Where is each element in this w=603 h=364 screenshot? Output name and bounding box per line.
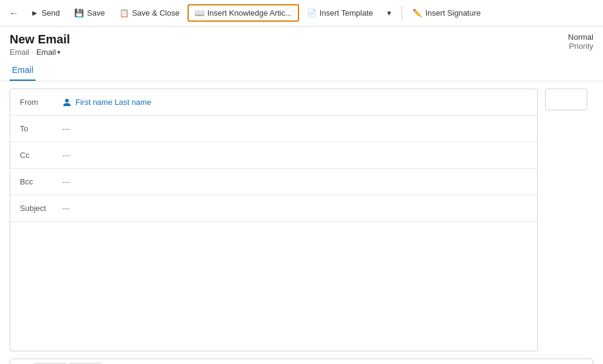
cc-field[interactable]: Cc --- [10, 142, 537, 169]
subtitle-right: Email [36, 48, 56, 57]
signature-icon: ✏️ [412, 8, 422, 17]
back-button[interactable]: ← [5, 4, 23, 22]
email-form: From First name Last name To --- Cc --- … [10, 89, 538, 351]
subtitle-dot: · [32, 48, 34, 57]
insert-signature-button[interactable]: ✏️ Insert Signature [406, 5, 487, 21]
save-close-icon: 📋 [119, 8, 129, 17]
chevron-down-icon: ▾ [387, 8, 391, 17]
from-label: From [20, 98, 62, 107]
bcc-label: Bcc [20, 177, 62, 186]
insert-article-icon: 📖 [195, 8, 204, 17]
right-panel-box [545, 89, 587, 110]
page-title-section: New Email Email · Email ▾ [10, 33, 70, 57]
dropdown-chevron-button[interactable]: ▾ [380, 5, 398, 21]
cc-value: --- [62, 151, 70, 160]
priority-label: Normal [568, 33, 593, 42]
subject-value: --- [62, 204, 70, 213]
subtitle-left: Email [10, 48, 30, 57]
tab-email[interactable]: Email [10, 60, 36, 81]
page-title: New Email [10, 33, 70, 46]
page-subtitle: Email · Email ▾ [10, 48, 70, 57]
priority-section: Normal Priority [568, 33, 593, 51]
main-toolbar: ← ► Send 💾 Save 📋 Save & Close 📖 Insert … [0, 0, 603, 27]
editor-toolbar: 🖊 Font Size B I U A ▾ [10, 359, 593, 364]
from-value[interactable]: First name Last name [62, 98, 151, 107]
insert-template-button[interactable]: 📄 Insert Template [300, 5, 380, 21]
priority-sub: Priority [568, 42, 593, 51]
from-field: From First name Last name [10, 89, 537, 116]
empty-field-row [10, 222, 537, 243]
bcc-value: --- [62, 177, 70, 186]
cc-label: Cc [20, 151, 62, 160]
to-value: --- [62, 124, 70, 133]
bcc-field[interactable]: Bcc --- [10, 169, 537, 195]
insert-article-button[interactable]: 📖 Insert Knowledge Artic... [188, 4, 299, 22]
tabs-bar: Email [0, 60, 603, 81]
to-field[interactable]: To --- [10, 116, 537, 142]
subject-label: Subject [20, 204, 62, 213]
to-label: To [20, 124, 62, 133]
person-icon [62, 98, 72, 107]
toolbar-divider [402, 6, 402, 20]
send-icon: ► [31, 8, 39, 17]
subtitle-chevron-icon: ▾ [57, 49, 60, 55]
editor-area: 🖊 Font Size B I U A ▾ [10, 359, 593, 364]
insert-template-icon: 📄 [307, 8, 317, 17]
page-header: New Email Email · Email ▾ Normal Priorit… [0, 27, 603, 60]
save-icon: 💾 [74, 8, 84, 17]
back-icon: ← [9, 8, 19, 19]
main-content: From First name Last name To --- Cc --- … [0, 81, 603, 359]
subject-field[interactable]: Subject --- [10, 195, 537, 222]
save-button[interactable]: 💾 Save [68, 5, 112, 21]
send-button[interactable]: ► Send [24, 5, 66, 21]
save-close-button[interactable]: 📋 Save & Close [113, 5, 186, 21]
subtitle-dropdown[interactable]: Email ▾ [36, 48, 60, 57]
right-panel [545, 89, 593, 351]
